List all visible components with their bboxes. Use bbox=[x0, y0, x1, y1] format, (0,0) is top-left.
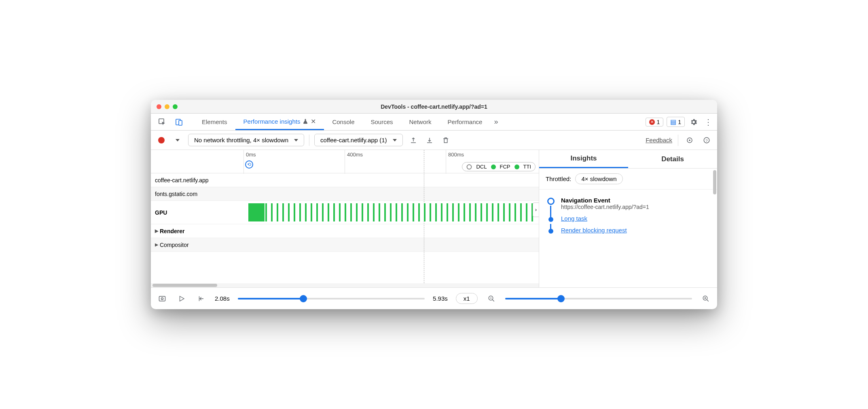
throttle-info: Throttled: 4× slowdown bbox=[539, 169, 717, 190]
tab-performance[interactable]: Performance bbox=[440, 114, 491, 130]
timeline-pane: 0ms 400ms 800ms ⟲ DCL FCP TTI bbox=[151, 150, 539, 287]
long-task-link[interactable]: Long task bbox=[561, 215, 587, 222]
tab-details[interactable]: Details bbox=[628, 150, 717, 168]
tracks: coffee-cart.netlify.app fonts.gstatic.co… bbox=[151, 173, 539, 283]
time-ruler[interactable]: 0ms 400ms 800ms ⟲ DCL FCP TTI bbox=[151, 150, 539, 173]
zoom-in-icon[interactable] bbox=[700, 293, 711, 304]
settings-icon[interactable] bbox=[688, 116, 699, 128]
timeline-item: Render blocking request bbox=[547, 224, 717, 236]
tab-performance-insights[interactable]: Performance insights ✕ bbox=[235, 114, 324, 130]
gpu-activity-bars bbox=[248, 203, 536, 221]
nav-event-marker-icon bbox=[547, 198, 555, 205]
more-tabs-icon[interactable]: » bbox=[490, 116, 502, 128]
close-tab-icon[interactable]: ✕ bbox=[311, 118, 316, 125]
start-marker-icon[interactable]: ⟲ bbox=[245, 160, 253, 169]
panel-tabs: Elements Performance insights ✕ Console … bbox=[151, 114, 717, 131]
event-marker-icon bbox=[548, 229, 553, 234]
delete-icon[interactable] bbox=[440, 135, 451, 146]
fcp-icon bbox=[491, 164, 496, 169]
kebab-menu-icon[interactable]: ⋮ bbox=[703, 116, 714, 128]
tti-icon bbox=[514, 164, 519, 169]
import-icon[interactable] bbox=[424, 135, 435, 146]
svg-point-4 bbox=[689, 139, 690, 141]
track-gpu[interactable]: GPU bbox=[151, 201, 539, 224]
svg-point-7 bbox=[467, 164, 472, 169]
svg-line-14 bbox=[707, 299, 709, 301]
errors-badge[interactable]: ✕ 1 bbox=[646, 118, 663, 126]
throttle-pill[interactable]: 4× slowdown bbox=[575, 173, 622, 184]
track-row[interactable]: fonts.gstatic.com bbox=[151, 187, 539, 201]
track-renderer[interactable]: ▶Renderer bbox=[151, 224, 539, 238]
chevron-down-icon bbox=[393, 139, 397, 141]
tab-console[interactable]: Console bbox=[324, 114, 362, 130]
zoom-slider[interactable] bbox=[505, 298, 692, 299]
playback-start-time: 2.08s bbox=[215, 295, 230, 302]
export-icon[interactable] bbox=[408, 135, 419, 146]
main-area: 0ms 400ms 800ms ⟲ DCL FCP TTI bbox=[151, 150, 717, 287]
playback-end-time: 5.93s bbox=[433, 295, 448, 302]
page-select[interactable]: coffee-cart.netlify.app (1) bbox=[314, 134, 403, 146]
device-toolbar-icon[interactable] bbox=[174, 116, 185, 128]
error-icon: ✕ bbox=[649, 119, 655, 125]
dcl-icon bbox=[466, 164, 472, 170]
record-options-dropdown[interactable] bbox=[172, 135, 183, 146]
inspect-element-icon[interactable] bbox=[157, 116, 168, 128]
track-compositor[interactable]: ▶Compositor bbox=[151, 238, 539, 252]
expand-arrow-icon[interactable]: ▶ bbox=[155, 242, 158, 247]
flask-icon bbox=[303, 118, 308, 124]
playback-bar: 2.08s 5.93s x1 bbox=[151, 287, 717, 309]
render-blocking-link[interactable]: Render blocking request bbox=[561, 227, 627, 234]
svg-rect-8 bbox=[159, 296, 165, 301]
tab-elements[interactable]: Elements bbox=[194, 114, 235, 130]
messages-badge[interactable]: ▤ 1 bbox=[667, 117, 685, 127]
tab-network[interactable]: Network bbox=[401, 114, 440, 130]
tab-insights[interactable]: Insights bbox=[539, 150, 628, 168]
play-button[interactable] bbox=[176, 293, 187, 304]
titlebar: DevTools - coffee-cart.netlify.app/?ad=1 bbox=[151, 100, 717, 114]
help-icon[interactable]: ? bbox=[701, 135, 712, 146]
zoom-out-icon[interactable] bbox=[486, 293, 497, 304]
events-timeline: Navigation Event https://coffee-cart.net… bbox=[539, 190, 717, 241]
tab-sources[interactable]: Sources bbox=[362, 114, 401, 130]
panel-settings-icon[interactable] bbox=[684, 135, 695, 146]
timeline-item: Navigation Event https://coffee-cart.net… bbox=[547, 194, 717, 213]
ruler-tick: 0ms bbox=[246, 152, 256, 158]
timeline-item: Long task bbox=[547, 213, 717, 224]
insights-toolbar: No network throttling, 4× slowdown coffe… bbox=[151, 131, 717, 150]
rewind-button[interactable] bbox=[195, 293, 207, 304]
expand-sidebar-button[interactable]: › bbox=[533, 202, 539, 217]
playback-speed[interactable]: x1 bbox=[456, 293, 478, 304]
expand-arrow-icon[interactable]: ▶ bbox=[155, 228, 158, 234]
insights-tabs: Insights Details bbox=[539, 150, 717, 169]
time-slider[interactable] bbox=[238, 298, 425, 299]
message-icon: ▤ bbox=[670, 118, 676, 126]
svg-rect-2 bbox=[179, 120, 182, 125]
ruler-tick: 400ms bbox=[347, 152, 363, 158]
event-marker-icon bbox=[548, 217, 553, 222]
window-title: DevTools - coffee-cart.netlify.app/?ad=1 bbox=[151, 103, 717, 110]
svg-text:?: ? bbox=[705, 138, 708, 142]
metrics-legend: DCL FCP TTI bbox=[462, 162, 536, 171]
track-row[interactable]: coffee-cart.netlify.app bbox=[151, 173, 539, 187]
throttling-select[interactable]: No network throttling, 4× slowdown bbox=[188, 134, 304, 146]
devtools-window: DevTools - coffee-cart.netlify.app/?ad=1… bbox=[151, 100, 717, 309]
svg-point-9 bbox=[161, 297, 163, 299]
preview-icon[interactable] bbox=[157, 293, 168, 304]
ruler-tick: 800ms bbox=[448, 152, 464, 158]
insights-pane: Insights Details Throttled: 4× slowdown … bbox=[539, 150, 717, 287]
record-button[interactable] bbox=[156, 135, 167, 146]
vertical-scrollbar[interactable] bbox=[713, 170, 716, 194]
feedback-link[interactable]: Feedback bbox=[646, 137, 672, 143]
chevron-down-icon bbox=[294, 139, 298, 141]
horizontal-scrollbar[interactable] bbox=[151, 283, 539, 287]
svg-line-11 bbox=[492, 299, 494, 301]
